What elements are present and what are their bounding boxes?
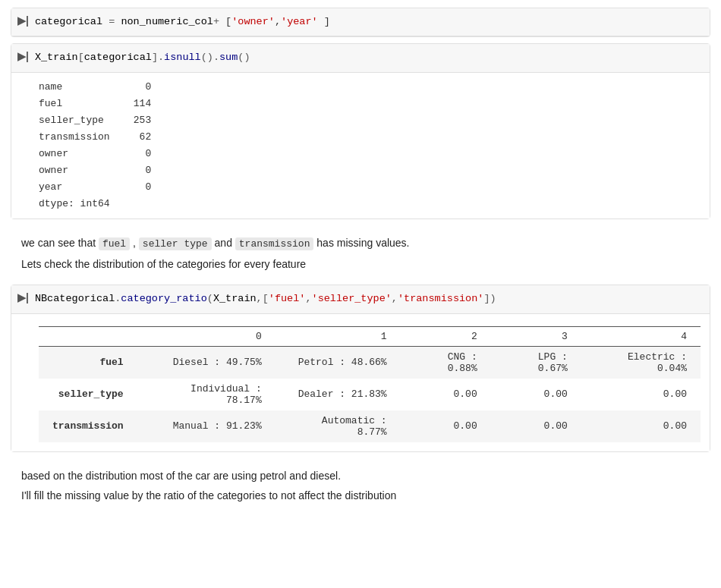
output-text-2: name 0 fuel 114 seller_type 253 transmis… (39, 79, 701, 213)
col-header-3: 3 (491, 326, 581, 346)
prose-block-2: based on the distribution most of the ca… (11, 458, 710, 517)
cell-1-code: categorical = non_numeric_col+ ['owner',… (35, 13, 330, 31)
inline-code-fuel: fuel (99, 237, 130, 250)
cell-trans-3: 0.00 (491, 410, 581, 442)
prose-text-2: , (130, 237, 139, 249)
cell-fuel-1: Petrol : 48.66% (275, 346, 401, 379)
run-indicator-3: ▶| (17, 291, 29, 303)
prose-text-1: we can see that (21, 237, 99, 249)
category-ratio-table: 0 1 2 3 4 fuel Diesel : 49.75% Petrol : … (39, 326, 701, 442)
col-header-0: 0 (139, 326, 275, 346)
cell-fuel-3: LPG : 0.67% (491, 346, 581, 379)
cell-fuel-4: Electric : 0.04% (581, 346, 701, 379)
cell-3-output: 0 1 2 3 4 fuel Diesel : 49.75% Petrol : … (11, 314, 710, 451)
cell-trans-0: Manual : 91.23% (139, 410, 275, 442)
cell-1: ▶| categorical = non_numeric_col+ ['owne… (11, 8, 710, 37)
cell-3-input[interactable]: ▶| NBcategorical.category_ratio(X_train,… (11, 285, 710, 313)
table-row: seller_type Individual : 78.17% Dealer :… (39, 379, 701, 410)
col-header-empty (39, 326, 139, 346)
cell-seller-1: Dealer : 21.83% (275, 379, 401, 410)
cell-2-code: X_train[categorical].isnull().sum() (35, 49, 250, 67)
row-label-seller-type: seller_type (39, 379, 139, 410)
table-row: fuel Diesel : 49.75% Petrol : 48.66% CNG… (39, 346, 701, 379)
col-header-2: 2 (401, 326, 491, 346)
cell-fuel-0: Diesel : 49.75% (139, 346, 275, 379)
table-row: transmission Manual : 91.23% Automatic :… (39, 410, 701, 442)
cell-2: ▶| X_train[categorical].isnull().sum() n… (11, 43, 710, 219)
table-header-row: 0 1 2 3 4 (39, 326, 701, 346)
prose-text-3: and (212, 237, 235, 249)
cell-seller-4: 0.00 (581, 379, 701, 410)
run-indicator-2: ▶| (17, 50, 29, 62)
cell-trans-1: Automatic : 8.77% (275, 410, 401, 442)
prose-line-2: Lets check the distribution of the categ… (21, 256, 700, 272)
cell-trans-2: 0.00 (401, 410, 491, 442)
cell-3-code: NBcategorical.category_ratio(X_train,['f… (35, 290, 496, 308)
run-indicator-1: ▶| (17, 14, 29, 27)
cell-2-input[interactable]: ▶| X_train[categorical].isnull().sum() (11, 44, 710, 72)
row-label-transmission: transmission (39, 410, 139, 442)
col-header-4: 4 (581, 326, 701, 346)
inline-code-seller-type: seller type (139, 237, 212, 250)
cell-seller-3: 0.00 (491, 379, 581, 410)
cell-2-output: name 0 fuel 114 seller_type 253 transmis… (11, 73, 710, 219)
cell-1-input[interactable]: ▶| categorical = non_numeric_col+ ['owne… (11, 8, 710, 36)
prose-block-1: we can see that fuel , seller type and t… (11, 225, 710, 285)
table-wrapper: 0 1 2 3 4 fuel Diesel : 49.75% Petrol : … (39, 320, 701, 445)
cell-fuel-2: CNG : 0.88% (401, 346, 491, 379)
prose-line-1: we can see that fuel , seller type and t… (21, 234, 700, 253)
prose-text-4: has missing values. (313, 237, 409, 249)
cell-trans-4: 0.00 (581, 410, 701, 442)
col-header-1: 1 (275, 326, 401, 346)
cell-3: ▶| NBcategorical.category_ratio(X_train,… (11, 285, 710, 451)
inline-code-transmission: transmission (235, 237, 314, 250)
prose-2-line-2: I'll fill the missing value by the ratio… (21, 487, 700, 504)
row-label-fuel: fuel (39, 346, 139, 379)
cell-seller-0: Individual : 78.17% (139, 379, 275, 410)
cell-seller-2: 0.00 (401, 379, 491, 410)
prose-2-line-1: based on the distribution most of the ca… (21, 467, 700, 484)
